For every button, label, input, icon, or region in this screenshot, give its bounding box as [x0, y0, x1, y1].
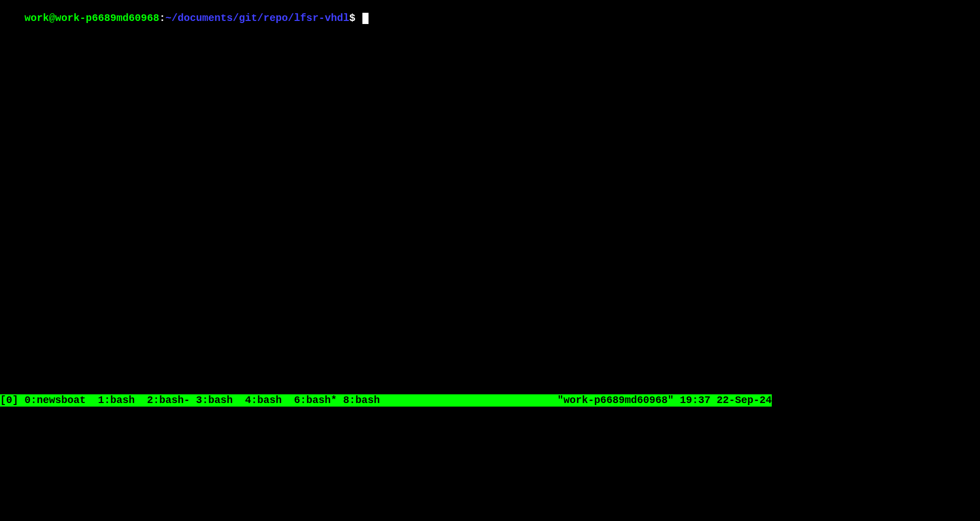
prompt-separator: :: [159, 12, 165, 24]
status-right: "work-p6689md60968" 19:37 22-Sep-24: [557, 394, 772, 407]
status-left: [0] 0:newsboat 1:bash 2:bash- 3:bash 4:b…: [0, 394, 380, 407]
tmux-window-3[interactable]: 3:bash: [196, 394, 245, 407]
tmux-window-8[interactable]: 8:bash: [343, 394, 380, 407]
tmux-window-0[interactable]: 0:newsboat: [24, 394, 98, 407]
tmux-status-bar: [0] 0:newsboat 1:bash 2:bash- 3:bash 4:b…: [0, 394, 772, 407]
status-hostname: "work-p6689md60968": [557, 394, 680, 407]
prompt-symbol: $: [349, 12, 361, 24]
tmux-window-2[interactable]: 2:bash-: [147, 394, 196, 407]
status-datetime: 19:37 22-Sep-24: [680, 394, 772, 407]
prompt-line: work@work-p6689md60968:~/documents/git/r…: [0, 0, 369, 37]
prompt-path: ~/documents/git/repo/lfsr-vhdl: [165, 12, 349, 24]
tmux-window-4[interactable]: 4:bash: [245, 394, 294, 407]
prompt-user-host: work@work-p6689md60968: [24, 12, 159, 24]
tmux-session-indicator: [0]: [0, 394, 24, 407]
tmux-window-6[interactable]: 6:bash*: [294, 394, 343, 407]
tmux-window-1[interactable]: 1:bash: [98, 394, 147, 407]
cursor-icon: [362, 13, 369, 24]
terminal-area[interactable]: work@work-p6689md60968:~/documents/git/r…: [0, 0, 772, 407]
